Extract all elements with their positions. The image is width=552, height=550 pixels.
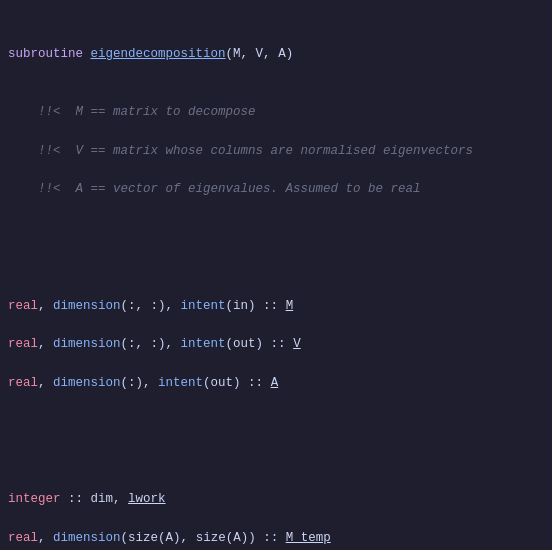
code-editor: subroutine eigendecomposition(M, V, A) !… [0, 0, 552, 550]
code-line: real, dimension(:, :), intent(in) :: M [0, 297, 552, 316]
code-line [0, 432, 552, 451]
code-line: real, dimension(:), intent(out) :: A [0, 374, 552, 393]
code-line [0, 239, 552, 258]
code-line: real, dimension(size(A), size(A)) :: M_t… [0, 529, 552, 548]
code-line: !!< M == matrix to decompose [0, 103, 552, 122]
code-line: subroutine eigendecomposition(M, V, A) [0, 45, 552, 64]
code-line: !!< V == matrix whose columns are normal… [0, 142, 552, 161]
code-line: real, dimension(:, :), intent(out) :: V [0, 335, 552, 354]
code-line: !!< A == vector of eigenvalues. Assumed … [0, 180, 552, 199]
code-line: integer :: dim, lwork [0, 490, 552, 509]
